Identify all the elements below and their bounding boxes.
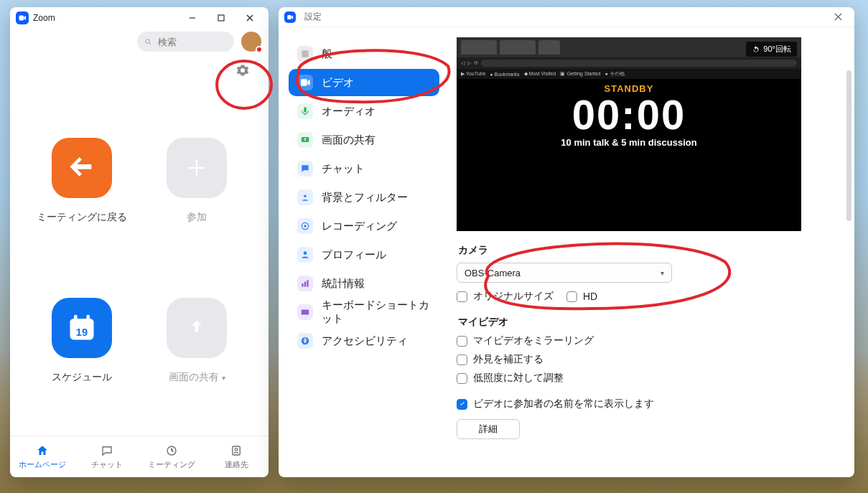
rotate-icon bbox=[752, 45, 760, 54]
preview-bookmarks: ▶ YouTube● Bookmarks◆ Most Visited▣ Gett… bbox=[457, 69, 801, 79]
nav-meetings[interactable]: ミーティング bbox=[139, 436, 204, 477]
preview-urlbar: ◁▷⟳ bbox=[457, 57, 801, 69]
settings-nav-accessibility[interactable]: アクセシビリティ bbox=[289, 327, 439, 355]
chevron-down-icon: ▾ bbox=[661, 269, 664, 277]
settings-titlebar: 設定 bbox=[279, 7, 854, 27]
search-icon bbox=[144, 37, 152, 47]
status-dot-icon bbox=[256, 46, 263, 53]
svg-point-27 bbox=[304, 338, 306, 339]
settings-gear-button[interactable] bbox=[234, 62, 251, 79]
main-titlebar: Zoom bbox=[10, 7, 269, 29]
background-icon bbox=[297, 189, 313, 205]
zoom-logo-icon bbox=[16, 11, 29, 24]
camera-preview: ◁▷⟳ ▶ YouTube● Bookmarks◆ Most Visited▣ … bbox=[457, 37, 801, 231]
svg-rect-22 bbox=[302, 283, 303, 287]
svg-line-5 bbox=[149, 42, 151, 44]
chat-icon bbox=[100, 443, 114, 458]
general-icon bbox=[297, 46, 313, 62]
close-button[interactable] bbox=[235, 9, 264, 27]
search-box[interactable] bbox=[137, 32, 234, 52]
maximize-button[interactable] bbox=[207, 9, 235, 27]
svg-rect-7 bbox=[70, 319, 94, 325]
settings-nav-recording[interactable]: レコーディング bbox=[289, 212, 439, 240]
preview-subtitle: 10 min talk & 5 min discussion bbox=[457, 137, 801, 148]
profile-icon bbox=[297, 247, 313, 263]
zoom-logo-icon bbox=[284, 11, 296, 23]
content-scrollbar[interactable] bbox=[846, 70, 851, 221]
svg-rect-16 bbox=[302, 50, 308, 57]
home-icon bbox=[35, 443, 50, 458]
rotate-90-button[interactable]: 90°回転 bbox=[746, 42, 797, 57]
checkbox-original-size[interactable]: オリジナルサイズ bbox=[457, 290, 554, 303]
settings-close-button[interactable] bbox=[827, 9, 849, 25]
tile-schedule[interactable]: 19 スケジュール bbox=[52, 298, 112, 384]
preview-timer: 00:00 bbox=[457, 94, 801, 136]
myvideo-heading: マイビデオ bbox=[458, 316, 840, 329]
settings-nav-keyboard[interactable]: キーボードショートカット bbox=[289, 299, 439, 326]
svg-point-4 bbox=[146, 39, 150, 43]
chat-icon bbox=[297, 161, 313, 177]
gear-icon bbox=[236, 64, 249, 77]
svg-rect-23 bbox=[304, 282, 306, 287]
minimize-button[interactable] bbox=[178, 9, 207, 27]
nav-contacts[interactable]: 連絡先 bbox=[204, 436, 269, 477]
checkbox-mirror[interactable]: マイビデオをミラーリング bbox=[457, 334, 840, 347]
details-button[interactable]: 詳細 bbox=[457, 419, 520, 439]
svg-rect-24 bbox=[307, 280, 308, 286]
settings-nav-profile[interactable]: プロフィール bbox=[289, 241, 439, 268]
zoom-settings-window: 設定 般 ビデオ オーディオ 画面の共有 チャット bbox=[279, 7, 854, 477]
chevron-down-icon: ▾ bbox=[222, 374, 225, 382]
svg-rect-9 bbox=[86, 315, 90, 321]
checkbox-touchup[interactable]: 外見を補正する bbox=[457, 353, 840, 366]
settings-nav-audio[interactable]: オーディオ bbox=[289, 98, 439, 125]
camera-select[interactable]: OBS-Camera ▾ bbox=[457, 263, 672, 283]
svg-text:19: 19 bbox=[76, 327, 88, 338]
tile-share-screen[interactable]: 画面の共有▾ bbox=[167, 298, 227, 384]
svg-point-13 bbox=[235, 449, 238, 451]
camera-heading: カメラ bbox=[458, 244, 840, 257]
tile-return-to-meeting[interactable]: ミーティングに戻る bbox=[37, 138, 127, 224]
settings-content-video: ◁▷⟳ ▶ YouTube● Bookmarks◆ Most Visited▣ … bbox=[449, 27, 854, 477]
bottom-navbar: ホームページ チャット ミーティング 連絡先 bbox=[10, 436, 269, 477]
nav-chat[interactable]: チャット bbox=[75, 436, 139, 477]
svg-point-21 bbox=[304, 251, 307, 255]
accessibility-icon bbox=[297, 333, 313, 349]
avatar[interactable] bbox=[241, 32, 261, 52]
contacts-icon bbox=[229, 443, 243, 458]
video-icon bbox=[297, 75, 313, 90]
home-tiles: ミーティングに戻る 参加 19 スケジュール 画面の共有▾ bbox=[10, 79, 269, 436]
share-icon bbox=[297, 132, 313, 148]
calendar-icon: 19 bbox=[66, 312, 98, 344]
settings-title: 設定 bbox=[304, 11, 322, 23]
checkbox-always-show-names[interactable]: ビデオに参加者の名前を常に表示します bbox=[457, 398, 840, 410]
keyboard-icon bbox=[297, 304, 313, 320]
settings-nav-general[interactable]: 般 bbox=[289, 40, 439, 67]
plus-icon bbox=[186, 157, 207, 179]
settings-nav-stats[interactable]: 統計情報 bbox=[289, 270, 439, 297]
recording-icon bbox=[297, 218, 313, 234]
return-arrow-icon bbox=[67, 154, 96, 182]
svg-rect-8 bbox=[74, 315, 78, 321]
settings-nav-background[interactable]: 背景とフィルター bbox=[289, 184, 439, 211]
svg-rect-25 bbox=[302, 310, 309, 315]
nav-home[interactable]: ホームページ bbox=[10, 436, 75, 477]
settings-nav-video[interactable]: ビデオ bbox=[289, 69, 439, 96]
zoom-main-window: Zoom ミーティングに戻る 参加 bbox=[10, 7, 269, 477]
svg-rect-1 bbox=[218, 15, 224, 21]
upload-arrow-icon bbox=[187, 318, 207, 338]
stats-icon bbox=[297, 276, 313, 291]
svg-point-20 bbox=[304, 225, 307, 227]
main-topbar bbox=[10, 29, 269, 57]
search-input[interactable] bbox=[157, 36, 227, 48]
clock-icon bbox=[164, 443, 179, 458]
svg-point-18 bbox=[304, 195, 307, 198]
checkbox-hd[interactable]: HD bbox=[566, 291, 597, 302]
audio-icon bbox=[297, 103, 313, 119]
checkbox-lowlight[interactable]: 低照度に対して調整 bbox=[457, 372, 840, 385]
tile-join[interactable]: 参加 bbox=[167, 138, 227, 224]
settings-nav-chat[interactable]: チャット bbox=[289, 155, 439, 182]
main-title: Zoom bbox=[33, 13, 55, 23]
settings-nav: 般 ビデオ オーディオ 画面の共有 チャット 背景とフィルター bbox=[279, 27, 449, 477]
settings-nav-share[interactable]: 画面の共有 bbox=[289, 126, 439, 154]
